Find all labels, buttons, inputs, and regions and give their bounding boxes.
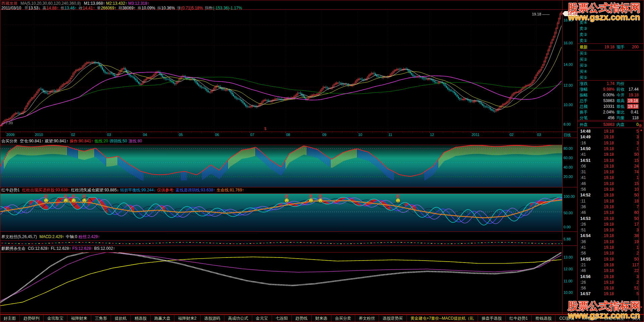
trade-row[interactable]: :5619.1851 (578, 285, 639, 291)
jiewen-indicator-strip[interactable] (0, 241, 562, 245)
trade-row[interactable]: :2619.1817 (578, 222, 639, 227)
trade-row[interactable]: 14:5519.1850 (578, 257, 639, 262)
indicator-taskbar: 好主图趋势研判金坑取宝福降财来三角形提款机精选股跑赢大盘福降财来2选股源码高成功… (0, 314, 644, 322)
buy-level-row[interactable]: 买⑤ (578, 75, 639, 81)
trade-row[interactable]: 14:5019.181 (578, 146, 639, 152)
trade-row[interactable]: :1619.183 (578, 140, 639, 146)
divider-line (0, 252, 562, 252)
ma-value: M2:13.432↑ (106, 1, 128, 6)
taskbar-item[interactable]: 金元宝 (252, 315, 272, 322)
trade-row[interactable]: 14:5419.1838 (578, 233, 639, 239)
y-axis-label: 50.00 (564, 211, 578, 215)
taskbar-item[interactable]: 金坑取宝 (44, 315, 67, 322)
y-axis-label: 14.00 (564, 62, 578, 66)
quote-sidebar: 卖④卖③卖②卖①最新19.18现手200买①买②买③买④买⑤涨跌1.74均价涨幅… (578, 0, 643, 314)
taskbar-item[interactable]: 合买分卖 (331, 315, 355, 322)
qilin-indicator-chart[interactable] (0, 252, 562, 313)
taskbar-item[interactable]: 界文粉丝 (355, 315, 379, 322)
trade-row[interactable]: :5119.183 (578, 227, 639, 233)
taskbar-item[interactable]: 财来选 (312, 315, 331, 322)
divider-line (0, 321, 644, 322)
trade-row[interactable]: 14:5119.1815 (578, 158, 639, 164)
sell-level-row[interactable]: 卖② (578, 32, 639, 38)
panel4-title: 界文粉丝(5,26,45,7) (1, 234, 37, 239)
legend-item: 仅供参考: (157, 188, 174, 192)
taskbar-item[interactable]: 红牛趋势1 (506, 315, 532, 322)
divider-line (0, 245, 578, 246)
trade-row[interactable]: :4619.1822 (578, 268, 639, 274)
date-tick: 10 (358, 133, 362, 137)
trade-row[interactable]: :5619.182 (578, 250, 639, 256)
taskbar-item[interactable]: 趋势研判 (20, 315, 44, 322)
panel2-legend: 空仓:90.841↑观望:90.841↑操作:90.841↑低线:20强弱线:5… (20, 139, 143, 143)
trade-row[interactable]: 14:4819.185 (578, 129, 639, 134)
date-tick: 2011 (472, 133, 480, 137)
date-tick: 06 (215, 133, 219, 137)
buy-level-row[interactable]: 买④ (578, 68, 639, 75)
trade-list-scrollbar[interactable]: ▲ ▼ (639, 128, 644, 312)
hemai-indicator-chart[interactable] (0, 145, 562, 187)
main-candlestick-chart[interactable] (0, 10, 562, 132)
trade-row[interactable]: 14:5719.185 (578, 291, 639, 297)
trade-row[interactable]: :4119.181 (578, 245, 639, 250)
trade-row[interactable]: :2119.18117 (578, 262, 639, 268)
trade-row[interactable]: 14:5319.1850 (578, 216, 639, 222)
y-axis-label: 11.00 (564, 279, 578, 283)
y-axis-label: 20.00 (564, 175, 578, 179)
buy-level-row[interactable]: 买③ (578, 62, 639, 68)
y-axis-label: 0.00 (564, 225, 578, 229)
buy-level-row[interactable]: 买② (578, 56, 639, 62)
trade-row[interactable]: :3619.1819 (578, 239, 639, 245)
date-axis[interactable]: 20092010020304050607080910111220110203 (0, 132, 562, 138)
trade-row[interactable]: :1119.1818 (578, 198, 639, 204)
y-axis-label: 10.00 (564, 103, 578, 107)
taskbar-item[interactable]: 选股源码 (201, 315, 224, 322)
sidebar-divider (578, 43, 643, 44)
sell-level-row[interactable]: 卖③ (578, 26, 639, 32)
taskbar-item[interactable]: 高成功公式 (224, 315, 252, 322)
trade-row[interactable]: :0619.1824 (578, 164, 639, 169)
taskbar-item[interactable]: 抢钱选股 (532, 315, 555, 322)
trade-row[interactable]: 14:4919.183 (578, 134, 639, 140)
trade-row[interactable]: :4119.1850 (578, 152, 639, 157)
taskbar-item[interactable]: 七连阳 (272, 315, 292, 322)
hongniu-indicator-chart[interactable] (0, 194, 562, 231)
legend-item: 转折平衡线:99.244↓ (120, 188, 156, 192)
legend-item: 强弱线:50 (109, 139, 127, 143)
stock-name: 西藏发展 (1, 1, 17, 6)
taskbar-item[interactable]: 福降财来2 (174, 315, 201, 322)
trade-row[interactable]: 14:5619.183 (578, 274, 639, 280)
ma-settings: MA(5,10,20,30,60,120,240,360,8) (20, 1, 80, 6)
stat-row: 换手2.04%量比0.41 (578, 109, 639, 115)
scroll-up-icon[interactable]: ▲ (640, 128, 643, 132)
date-tick: 08 (286, 133, 290, 137)
taskbar-item[interactable]: 三角形 (91, 315, 111, 322)
crosshair-icon[interactable]: ⊕ (638, 123, 642, 128)
date-tick: 2009 (6, 133, 14, 137)
taskbar-item[interactable]: 好主图 (0, 315, 20, 322)
sell-level-row[interactable]: 卖① (578, 38, 639, 44)
taskbar-item[interactable]: 跑赢大盘 (151, 315, 174, 322)
taskbar-item[interactable]: 趋势线 (292, 315, 312, 322)
trade-row[interactable]: :4119.181 (578, 175, 639, 181)
trade-row[interactable]: :4619.1815 (578, 181, 639, 187)
dividend-marker: $ (264, 127, 266, 131)
buy-level-row[interactable]: 买① (578, 50, 639, 56)
trade-row[interactable]: :3619.187 (578, 204, 639, 210)
trade-row[interactable]: :3119.1874 (578, 169, 639, 175)
last-price-annotation: 19.18 —— (532, 12, 550, 16)
trade-row[interactable]: :2619.182 (578, 280, 639, 285)
taskbar-item[interactable]: 黄金建仓+7量价--MACD提款机（乱 (407, 315, 478, 322)
taskbar-item[interactable]: 提款机 (111, 315, 131, 322)
taskbar-item[interactable]: 精选股 (131, 315, 151, 322)
y-axis-label: 12.00 (564, 267, 578, 271)
trade-row[interactable]: :5619.1810 (578, 187, 639, 192)
latest-price-row[interactable]: 最新19.18现手200 (578, 44, 639, 50)
taskbar-item[interactable]: 操盘手选股 (478, 315, 506, 322)
y-axis-label: 80.00 (564, 146, 578, 150)
trade-row[interactable]: :4619.1860 (578, 210, 639, 216)
trade-row[interactable]: 14:5219.1850 (578, 192, 639, 198)
y-axis-label: 100.00 (564, 194, 578, 198)
taskbar-item[interactable]: 福降财来 (67, 315, 91, 322)
taskbar-item[interactable]: 选股逆势买 (379, 315, 407, 322)
